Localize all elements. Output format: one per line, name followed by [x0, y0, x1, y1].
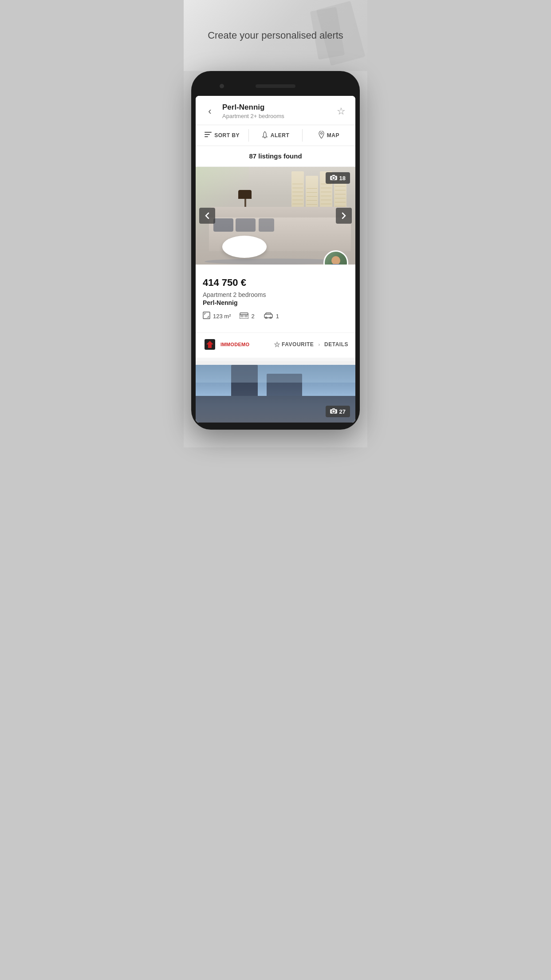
phone-frame: ‹ Perl-Nennig Apartment 2+ bedrooms ☆ [191, 71, 360, 430]
phone-top [196, 78, 355, 94]
header-title-block: Perl-Nennig Apartment 2+ bedrooms [217, 103, 334, 119]
bell-icon [262, 131, 268, 140]
listing-footer-1: IMMODEMO ☆ FAVOURITE › DETAILS [196, 332, 355, 358]
favourite-label: FAVOURITE [282, 341, 314, 348]
details-label: DETAILS [324, 341, 348, 348]
back-arrow-icon: ‹ [208, 107, 211, 116]
alert-button[interactable]: ALERT [249, 126, 302, 146]
map-button[interactable]: MAP [303, 125, 355, 146]
details-action-button[interactable]: DETAILS [324, 341, 348, 348]
cushion-2 [236, 218, 256, 232]
listing-type-1: Apartment 2 bedrooms [203, 291, 348, 298]
header-city: Perl-Nennig [222, 103, 329, 112]
favourite-star-icon: ☆ [274, 340, 280, 349]
map-label: MAP [327, 132, 339, 138]
svg-rect-0 [205, 132, 212, 133]
svg-rect-10 [240, 315, 244, 317]
coffee-table [222, 236, 267, 258]
favourite-action-button[interactable]: ☆ FAVOURITE [274, 340, 314, 349]
toolbar: SORT BY ALERT [196, 125, 355, 146]
area-icon [203, 312, 210, 321]
listing-actions-1: ☆ FAVOURITE › DETAILS [274, 340, 348, 349]
cushion-1 [213, 218, 233, 232]
agent-head [331, 256, 340, 265]
chevron-right-icon: › [318, 342, 320, 347]
image-prev-button[interactable] [199, 208, 215, 224]
app-header: ‹ Perl-Nennig Apartment 2+ bedrooms ☆ [196, 96, 355, 125]
photo-count-badge-2: 27 [326, 406, 350, 417]
car-icon [264, 312, 273, 320]
section-divider [196, 361, 355, 365]
camera-icon-2 [330, 408, 337, 415]
camera-icon-1 [330, 174, 337, 182]
listing-location-1: Perl-Nennig [203, 299, 348, 306]
promo-title: Create your personalised alerts [208, 30, 343, 41]
svg-point-4 [320, 133, 322, 134]
photo-count-1: 18 [339, 175, 346, 182]
photo-count-badge-1: 18 [326, 172, 350, 184]
svg-rect-8 [203, 312, 210, 319]
image-next-button[interactable] [336, 208, 352, 224]
back-button[interactable]: ‹ [203, 104, 217, 119]
alert-label: ALERT [271, 132, 290, 138]
listing-image-2: 27 [196, 365, 355, 423]
spec-bedrooms: 2 [240, 312, 254, 320]
agency-name-part1: IMMO [220, 342, 234, 347]
sort-button[interactable]: SORT BY [196, 126, 248, 145]
bedroom-value: 2 [251, 313, 254, 320]
sky-fade [196, 365, 355, 383]
bed-icon [240, 312, 248, 320]
sort-label: SORT BY [214, 132, 240, 138]
agency-name-part2: DEMO [234, 342, 249, 347]
listing-price-1: 414 750 € [203, 277, 348, 288]
listing-info-1: 414 750 € Apartment 2 bedrooms Perl-Nenn… [196, 265, 355, 332]
spec-area: 123 m² [203, 312, 231, 321]
svg-point-3 [264, 131, 265, 132]
agency-logo: IMMODEMO [203, 337, 249, 352]
phone-camera-dot [220, 84, 224, 88]
listings-count-bar: 87 listings found [196, 146, 355, 167]
parking-value: 1 [276, 313, 279, 320]
immodemo-logo-icon [203, 337, 217, 352]
listing-card-1: 18 [196, 167, 355, 358]
svg-rect-11 [244, 315, 248, 317]
favourite-button[interactable]: ☆ [334, 104, 348, 119]
listing-card-2: 27 [196, 365, 355, 423]
listings-count: 87 listings found [249, 152, 302, 160]
spec-parking: 1 [264, 312, 279, 320]
phone-screen: ‹ Perl-Nennig Apartment 2+ bedrooms ☆ [196, 96, 355, 423]
area-value: 123 m² [213, 313, 231, 320]
svg-rect-19 [332, 408, 335, 410]
listing-specs-1: 123 m² 2 [203, 312, 348, 321]
agency-name: IMMODEMO [220, 342, 249, 347]
star-icon: ☆ [337, 106, 346, 117]
map-pin-icon [319, 131, 324, 140]
listing-image-1: 18 [196, 167, 355, 265]
phone-speaker [256, 84, 295, 88]
header-subtitle: Apartment 2+ bedrooms [222, 113, 329, 119]
floor-lamp-shade [238, 190, 252, 199]
svg-rect-7 [332, 175, 335, 176]
sort-icon [205, 132, 212, 139]
photo-count-2: 27 [339, 408, 346, 415]
page-wrapper: Create your personalised alerts ‹ Perl-N… [184, 0, 367, 447]
cushion-3 [259, 218, 274, 232]
svg-rect-2 [205, 136, 208, 137]
agent-body [329, 264, 342, 265]
promo-banner: Create your personalised alerts [184, 0, 367, 71]
svg-rect-1 [205, 134, 210, 135]
